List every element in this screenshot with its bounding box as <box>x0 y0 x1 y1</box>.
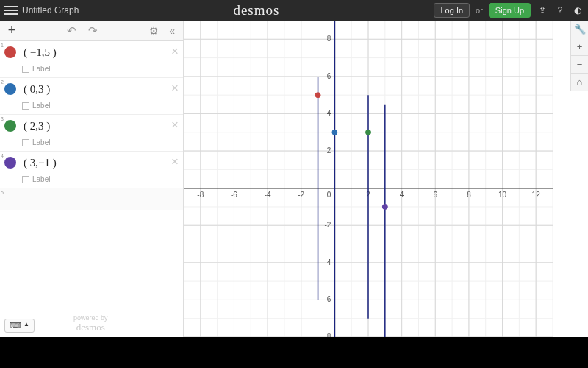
add-expression-button[interactable]: + <box>6 23 18 38</box>
undo-button[interactable]: ↶ <box>64 24 79 38</box>
label-checkbox[interactable] <box>22 66 29 73</box>
graph-canvas[interactable]: -8-6-4-224681012-8-6-4-224680 🔧 + − ⌂ <box>184 21 588 337</box>
label-checkbox[interactable] <box>22 102 29 110</box>
collapse-sidebar-icon[interactable]: « <box>167 25 177 37</box>
expr-index: 2 <box>1 79 4 85</box>
zoom-out-button[interactable]: − <box>571 56 589 74</box>
svg-text:2: 2 <box>327 146 331 155</box>
delete-expr-icon[interactable]: × <box>171 118 179 132</box>
powered-by: powered by desmos <box>74 315 108 333</box>
svg-text:6: 6 <box>433 191 437 199</box>
redo-button[interactable]: ↷ <box>85 24 101 38</box>
expression-row[interactable]: 4( 3,−1 )×Label <box>0 152 183 188</box>
color-dot[interactable] <box>4 157 16 169</box>
svg-text:8: 8 <box>467 191 471 199</box>
svg-text:-8: -8 <box>197 191 204 199</box>
zoom-in-button[interactable]: + <box>571 38 589 56</box>
expr-index: 5 <box>1 190 4 195</box>
expr-text[interactable]: ( 2,3 ) <box>24 120 50 132</box>
label-text: Label <box>32 175 50 183</box>
graph-tools: 🔧 + − ⌂ <box>570 21 588 91</box>
label-text: Label <box>32 65 50 73</box>
expression-row[interactable]: 1( −1,5 )×Label <box>0 41 183 78</box>
label-checkbox[interactable] <box>22 139 29 146</box>
expr-index: 3 <box>1 116 4 121</box>
delete-expr-icon[interactable]: × <box>171 44 179 59</box>
svg-text:-8: -8 <box>324 333 331 337</box>
login-button[interactable]: Log In <box>434 3 470 18</box>
expression-row[interactable]: 3( 2,3 )×Label <box>0 115 183 152</box>
svg-text:-6: -6 <box>231 191 237 199</box>
svg-text:-2: -2 <box>324 221 331 229</box>
expression-row-empty[interactable]: 5 <box>0 188 183 210</box>
expr-text[interactable]: ( −1,5 ) <box>24 46 57 59</box>
expr-index: 4 <box>1 153 4 158</box>
svg-text:10: 10 <box>498 191 507 199</box>
svg-text:6: 6 <box>327 72 331 80</box>
color-dot[interactable] <box>4 83 16 95</box>
label-text: Label <box>32 138 50 146</box>
svg-text:-4: -4 <box>324 258 331 266</box>
wrench-icon[interactable]: 🔧 <box>571 21 589 38</box>
expr-text[interactable]: ( 3,−1 ) <box>24 157 57 169</box>
svg-text:8: 8 <box>327 35 331 43</box>
svg-text:4: 4 <box>400 191 404 199</box>
delete-expr-icon[interactable]: × <box>171 81 179 96</box>
expression-row[interactable]: 2( 0,3 )×Label <box>0 78 183 115</box>
expression-sidebar: + ↶ ↷ ⚙ « 1( −1,5 )×Label2( 0,3 )×Label3… <box>0 21 184 337</box>
svg-text:12: 12 <box>532 191 541 199</box>
menu-icon[interactable] <box>4 4 18 17</box>
label-checkbox[interactable] <box>22 176 29 183</box>
svg-text:4: 4 <box>327 109 331 117</box>
or-text: or <box>476 6 483 15</box>
svg-point-87 <box>366 130 371 135</box>
label-text: Label <box>32 102 50 110</box>
svg-text:0: 0 <box>327 191 331 199</box>
signup-button[interactable]: Sign Up <box>489 3 531 18</box>
keyboard-button[interactable]: ⌨ ▲ <box>4 319 35 333</box>
sidebar-toolbar: + ↶ ↷ ⚙ « <box>0 21 183 41</box>
delete-expr-icon[interactable]: × <box>171 155 179 169</box>
svg-point-86 <box>332 130 337 135</box>
share-icon[interactable]: ⇪ <box>537 4 548 16</box>
svg-point-85 <box>315 93 320 98</box>
svg-text:-4: -4 <box>265 191 271 199</box>
svg-text:-6: -6 <box>324 295 331 303</box>
svg-text:-2: -2 <box>298 191 304 199</box>
home-icon[interactable]: ⌂ <box>571 74 589 91</box>
settings-icon[interactable]: ⚙ <box>147 25 161 37</box>
svg-point-88 <box>382 204 387 209</box>
graph-title[interactable]: Untitled Graph <box>22 5 79 15</box>
brand-logo: desmos <box>83 2 429 18</box>
expr-text[interactable]: ( 0,3 ) <box>24 83 50 96</box>
color-dot[interactable] <box>4 46 16 58</box>
expr-index: 1 <box>1 43 4 48</box>
app-header: Untitled Graph desmos Log In or Sign Up … <box>0 0 588 21</box>
color-dot[interactable] <box>4 120 16 132</box>
language-icon[interactable]: ◐ <box>572 4 584 16</box>
help-icon[interactable]: ? <box>554 4 566 16</box>
